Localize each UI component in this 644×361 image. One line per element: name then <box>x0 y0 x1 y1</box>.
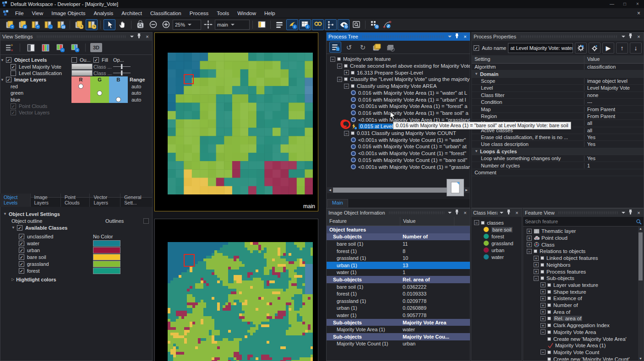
opacity-slider[interactable] <box>113 64 131 69</box>
channel-cell-r[interactable] <box>71 90 90 96</box>
map-view-main[interactable]: main <box>154 32 318 211</box>
panel-menu-icon[interactable] <box>448 36 452 38</box>
property-row[interactable]: ▼Loops & cycles <box>472 148 644 155</box>
process-row[interactable]: 0.016 with Majority Vote Area (1) = "wat… <box>327 90 470 97</box>
menu-image-objects[interactable]: Image Objects <box>47 8 89 18</box>
add-column-button[interactable]: + <box>29 19 41 30</box>
column-header-setting[interactable]: Setting <box>472 55 584 63</box>
class-color-swatch[interactable] <box>93 247 120 253</box>
collapse-icon[interactable]: − <box>337 64 342 69</box>
feature-tree-row[interactable]: +Shape texture <box>523 288 638 295</box>
level-color-swatch[interactable] <box>71 70 93 76</box>
column-header-feature[interactable]: Feature <box>327 217 400 226</box>
setting-value[interactable]: From Parent <box>584 113 644 119</box>
feature-tree-row[interactable]: +Area of <box>523 308 638 315</box>
drag-grip[interactable] <box>362 35 444 38</box>
zoom-bag-button[interactable] <box>134 19 146 30</box>
export-column-button[interactable]: → <box>42 19 54 30</box>
class-color-mode[interactable]: Class ... <box>93 70 112 76</box>
property-row[interactable]: RegionFrom Parent <box>472 113 644 120</box>
process-row[interactable]: −Create second level above existing for … <box>327 63 470 70</box>
menu-view[interactable]: View <box>28 8 48 18</box>
algorithm-settings-button[interactable] <box>589 43 600 54</box>
class-item[interactable]: forest <box>471 233 522 240</box>
feature-tree-row[interactable]: +Layer value texture <box>523 282 638 289</box>
zoom-to-selection-button[interactable] <box>202 19 214 30</box>
move-up-button[interactable]: ↑ <box>616 43 628 54</box>
expand-icon[interactable]: ▷ <box>11 277 14 281</box>
zoom-in-button[interactable] <box>160 19 172 30</box>
tab-general-sett-[interactable]: General Sett... <box>120 194 153 207</box>
drag-grip[interactable] <box>558 211 618 214</box>
feature-row[interactable]: forest (1)0.0109333 <box>327 290 470 297</box>
collapse-icon[interactable]: − <box>540 350 546 355</box>
pan-hand-button[interactable] <box>116 19 128 30</box>
class-color-mode[interactable]: Class ... <box>93 64 112 70</box>
close-panel-icon[interactable]: × <box>636 210 642 216</box>
column-header-value[interactable]: Value <box>584 55 644 63</box>
feature-tree-row[interactable]: +Class <box>523 241 638 248</box>
channel-radio-selected[interactable] <box>78 84 83 89</box>
zoom-out-button[interactable] <box>147 19 159 30</box>
channel-cell-b[interactable] <box>109 96 128 102</box>
pin-icon[interactable] <box>628 33 633 40</box>
pin-icon[interactable] <box>506 210 512 216</box>
image-view-settings-button[interactable] <box>86 19 98 30</box>
feature-tree-row[interactable]: −Majority Vote Count <box>523 349 638 356</box>
process-row[interactable]: −Classify the "Level Majority Vote" usin… <box>327 76 470 83</box>
property-row[interactable]: Number of cycles1 <box>472 162 644 169</box>
feature-tree-row[interactable]: +Neighbors <box>523 262 638 269</box>
document-close-icon[interactable]: × <box>637 10 640 16</box>
single-layer-view-icon[interactable] <box>25 42 37 53</box>
pin-icon[interactable] <box>628 210 633 216</box>
setting-value[interactable]: image object level <box>584 78 644 84</box>
search-feature-input[interactable]: Search feature <box>525 219 636 224</box>
feature-row[interactable]: Majority Vote Area (1)water <box>327 326 470 333</box>
tab-point-clouds[interactable]: Point Clouds <box>61 194 90 207</box>
scroll-right-icon[interactable]: ► <box>464 188 469 192</box>
process-row[interactable]: −Majority vote feature <box>327 56 470 63</box>
drag-grip[interactable] <box>389 211 444 214</box>
setting-value[interactable]: Level Majority Vote <box>584 85 644 91</box>
process-row[interactable]: 0.015 with Majority Vote Count (1) = "ba… <box>327 157 470 164</box>
channel-cell-r[interactable] <box>71 96 90 102</box>
property-row[interactable]: Comment <box>472 169 644 176</box>
property-row[interactable]: Erase old classification, if there is no… <box>472 134 644 141</box>
expand-icon[interactable]: + <box>540 323 546 328</box>
channel-cell-g[interactable] <box>90 83 109 90</box>
expand-icon[interactable]: + <box>540 296 546 301</box>
setting-value[interactable]: Yes <box>584 135 644 140</box>
feature-tree-row[interactable]: Majority Vote Area (1) <box>523 342 638 349</box>
property-row[interactable]: Use class descriptionYes <box>472 141 644 148</box>
collapse-icon[interactable]: − <box>534 276 539 281</box>
rgb-layer-view-icon[interactable] <box>39 42 51 53</box>
process-row[interactable]: <0.001s with Majority Vote Area (1) = "f… <box>327 103 470 110</box>
process-row[interactable]: +16.313 Prepare Super-Level <box>327 69 470 76</box>
save-process-tree-button[interactable] <box>329 42 341 53</box>
pin-icon[interactable] <box>136 33 142 40</box>
pin-icon[interactable] <box>454 210 460 216</box>
process-row[interactable]: 0.016 with Majority Vote Area (1) = "urb… <box>327 96 470 103</box>
close-panel-icon[interactable]: × <box>462 210 468 216</box>
close-button[interactable]: × <box>631 0 644 8</box>
class-visible-checkbox[interactable]: ✓ <box>19 268 24 274</box>
search-icon[interactable] <box>636 219 642 225</box>
menu-architect[interactable]: Architect <box>117 8 146 18</box>
feature-tree-row[interactable]: +Clark Aggregation Index <box>523 322 638 329</box>
feature-tree-row[interactable]: Create new 'Majority Vote Area' <box>523 335 638 342</box>
outline-checkbox[interactable] <box>71 57 77 63</box>
collapse-icon[interactable]: − <box>474 220 479 225</box>
class-hierarchy-toggle-button[interactable] <box>312 19 324 30</box>
property-row[interactable]: MapFrom Parent <box>472 106 644 113</box>
property-row[interactable]: Loop while something changes onlyYes <box>472 155 644 162</box>
expand-icon[interactable]: + <box>527 229 532 234</box>
scroll-thumb[interactable] <box>639 232 643 280</box>
feature-tree-row[interactable]: −Majority Vote Area <box>523 329 638 336</box>
view-settings-toggle-button[interactable] <box>273 19 285 30</box>
setting-value[interactable]: Yes <box>584 156 644 161</box>
menu-window[interactable]: Window <box>233 8 260 18</box>
feature-tree-row[interactable]: +Process features <box>523 268 638 275</box>
process-tree-toggle-button[interactable]: i <box>286 19 298 30</box>
property-row[interactable]: Algorithmclassification <box>472 64 644 70</box>
feature-tree-row[interactable]: +Number of <box>523 302 638 309</box>
